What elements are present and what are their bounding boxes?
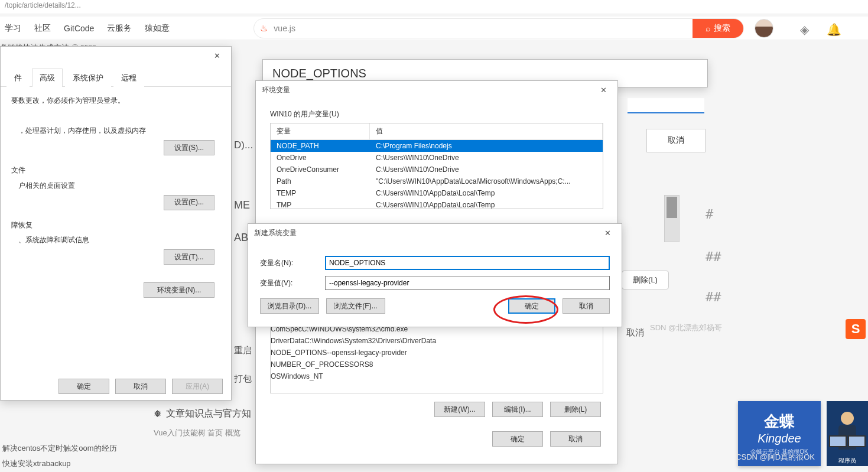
hash-frag-3: ## [706, 289, 721, 304]
search-input[interactable] [274, 24, 693, 33]
search-box: ♨ ⌕ 搜索 [253, 18, 744, 38]
env-close-icon[interactable]: ✕ [595, 83, 612, 96]
tab-protection[interactable]: 系统保护 [65, 69, 111, 87]
table-row[interactable]: NODE_OPTIONS--openssl-legacy-provider [271, 347, 603, 359]
nav-study[interactable]: 学习 [5, 23, 21, 34]
admin-note: 要数更改，你必须作为管理员登录。 [11, 95, 220, 106]
sogou-ime-icon[interactable]: S [846, 319, 866, 339]
top-input-label: NODE_OPTIONS [272, 67, 366, 80]
bg-cancel-frag: 取消 [626, 327, 644, 338]
newvar-title: 新建系统变量 [254, 228, 297, 238]
table-row[interactable]: TEMPC:\Users\WIN10\AppData\Local\Temp [271, 187, 603, 199]
scrollbar-frag [664, 195, 680, 242]
newvar-body: 变量名(N): 变量值(V): 浏览目录(D)... 浏览文件(F)... 确定… [248, 242, 622, 320]
var-value-label: 变量值(V): [260, 278, 313, 288]
col-val: 值 [370, 123, 603, 139]
bg-input-frag [628, 98, 704, 113]
watermark-2: CSDN @阿D真的很OK [736, 452, 815, 463]
profile-title: 文件 [11, 165, 220, 176]
tab-advanced[interactable]: 高级 [32, 69, 63, 87]
env-titlebar: 环境变量 ✕ [256, 81, 617, 99]
newvar-titlebar: 新建系统变量 ✕ [248, 224, 622, 242]
frag-d: D)... [234, 139, 253, 151]
profile-desc: 户相关的桌面设置 [18, 180, 220, 191]
table-row[interactable]: NUMBER_OF_PROCESSORS8 [271, 359, 603, 370]
breadcrumb[interactable]: Vue入门技能树 首页 概览 [154, 428, 240, 438]
top-nav: 学习 社区 GitCode 云服务 猿如意 ♨ ⌕ 搜索 [0, 17, 868, 40]
diamond-icon[interactable]: ◈ [800, 22, 809, 37]
var-value-input[interactable] [325, 276, 610, 290]
fire-icon: ♨ [260, 23, 268, 34]
table-row[interactable]: OneDriveC:\Users\WIN10\OneDrive [271, 152, 603, 164]
sys-cancel-button[interactable]: 取消 [115, 379, 166, 394]
new-var-dialog: 新建系统变量 ✕ 变量名(N): 变量值(V): 浏览目录(D)... 浏览文件… [248, 223, 622, 327]
nav-community[interactable]: 社区 [34, 23, 51, 34]
tree-icon: ❅ [154, 408, 161, 419]
article-knowledge-title: ❅ 文章知识点与官方知 [154, 408, 251, 420]
perf-desc: ，处理器计划，内存使用，以及虚拟内存 [18, 125, 220, 136]
table-row[interactable]: NODE_PATHC:\Program Files\nodejs [271, 140, 603, 152]
nav-cloud[interactable]: 云服务 [107, 23, 132, 34]
var-name-input[interactable] [325, 256, 610, 270]
sys-footer: 确定 取消 应用(A) [58, 379, 223, 394]
newvar-cancel-button[interactable]: 取消 [563, 298, 610, 314]
user-vars-table[interactable]: 变量 值 NODE_PATHC:\Program Files\nodejs On… [270, 123, 603, 209]
sys-vars-table[interactable]: ComSpecC:\WINDOWS\system32\cmd.exe Drive… [270, 323, 603, 393]
var-name-label: 变量名(N): [260, 258, 313, 268]
sys-titlebar: ✕ [1, 47, 231, 64]
frag-me: ME [234, 199, 250, 211]
avatar[interactable] [755, 19, 773, 38]
browse-file-button[interactable]: 浏览文件(F)... [326, 298, 385, 314]
edit-button[interactable]: 编辑(I)... [492, 402, 543, 417]
settings-e-button[interactable]: 设置(E)... [164, 195, 214, 210]
env-cancel-button[interactable]: 取消 [550, 431, 601, 447]
tab-hardware[interactable]: 件 [6, 69, 30, 87]
bell-icon[interactable]: 🔔 [827, 22, 841, 37]
table-row[interactable]: OSWindows_NT [271, 370, 603, 382]
env-ok-button[interactable]: 确定 [492, 431, 543, 447]
bg-delete-button[interactable]: 删除(L) [622, 271, 669, 289]
sys-ok-button[interactable]: 确定 [58, 379, 109, 394]
sidebar-articles: 解决centos不定时触发oom的经历 快速安装xtrabackup [0, 437, 136, 472]
sys-body: 要数更改，你必须作为管理员登录。 ，处理器计划，内存使用，以及虚拟内存 设置(S… [1, 87, 231, 315]
close-icon[interactable]: ✕ [209, 49, 225, 62]
ad-en: Kingdee [758, 432, 801, 445]
nav-yuanruyi[interactable]: 猿如意 [145, 23, 170, 34]
hash-frag-2: ## [706, 249, 721, 264]
hash-frag-1: # [706, 207, 713, 222]
frag-pack: 打包 [234, 373, 252, 385]
bg-cancel-button[interactable]: 取消 [646, 129, 706, 152]
system-properties-dialog: ✕ 件 高级 系统保护 远程 要数更改，你必须作为管理员登录。 ，处理器计划，内… [0, 46, 232, 401]
search-button[interactable]: ⌕ 搜索 [693, 19, 743, 38]
env-vars-button[interactable]: 环境变量(N)... [144, 282, 214, 298]
article-link-oom[interactable]: 解决centos不定时触发oom的经历 [0, 441, 136, 456]
article-link-xtrabackup[interactable]: 快速安装xtrabackup [0, 456, 136, 471]
search-button-label: 搜索 [714, 23, 730, 34]
settings-t-button[interactable]: 设置(T)... [164, 249, 214, 265]
newvar-ok-button[interactable]: 确定 [508, 298, 555, 314]
col-var: 变量 [271, 123, 370, 139]
search-icon: ⌕ [706, 24, 710, 33]
nav-gitcode[interactable]: GitCode [64, 24, 94, 33]
url-bar: /topic/article/details/12... [0, 0, 868, 14]
delete-button[interactable]: 删除(L) [550, 402, 601, 417]
sys-vars-actions: 新建(W)... 编辑(I)... 删除(L) [272, 402, 601, 417]
browse-dir-button[interactable]: 浏览目录(D)... [260, 298, 319, 314]
env-title: 环境变量 [262, 85, 290, 95]
sys-tabs: 件 高级 系统保护 远程 [1, 64, 231, 87]
ad-cn: 金蝶 [764, 411, 795, 432]
newvar-close-icon[interactable]: ✕ [599, 226, 616, 239]
table-row[interactable]: Path"C:\Users\WIN10\AppData\Local\Micros… [271, 175, 603, 187]
new-button[interactable]: 新建(W)... [434, 402, 485, 417]
env-footer: 确定 取消 [272, 431, 601, 447]
recover-title: 障恢复 [11, 220, 220, 231]
settings-s-button[interactable]: 设置(S)... [164, 140, 214, 155]
ad-programmer[interactable]: 程序员 [827, 401, 868, 466]
table-row[interactable]: DriverDataC:\Windows\System32\Drivers\Dr… [271, 335, 603, 347]
sys-apply-button[interactable]: 应用(A) [172, 379, 223, 394]
watermark-1: SDN @北漂燕郊杨哥 [650, 323, 722, 333]
table-row[interactable]: OneDriveConsumerC:\Users\WIN10\OneDrive [271, 164, 603, 175]
tab-remote[interactable]: 远程 [113, 69, 144, 87]
recover-desc: 、系统故障和调试信息 [18, 235, 220, 246]
table-row[interactable]: TMPC:\Users\WIN10\AppData\Local\Temp [271, 199, 603, 209]
